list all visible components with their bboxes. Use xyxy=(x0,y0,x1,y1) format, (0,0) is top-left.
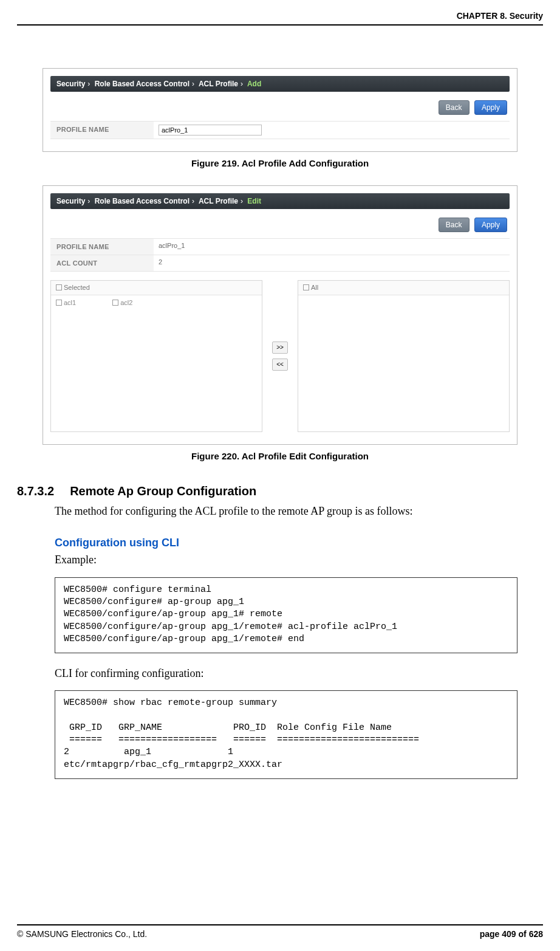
list-item[interactable]: acl2 xyxy=(112,299,132,306)
back-button[interactable]: Back xyxy=(439,100,470,115)
profile-name-value: aclPro_1 xyxy=(154,239,510,255)
breadcrumb: Security› Role Based Access Control› ACL… xyxy=(50,193,510,209)
acl-item-label: acl1 xyxy=(64,299,76,306)
example-label: Example: xyxy=(55,553,543,567)
page-number: page 409 of 628 xyxy=(480,929,543,939)
crumb: ACL Profile xyxy=(199,80,238,88)
cli-confirm-label: CLI for confirming configuration: xyxy=(55,667,543,681)
code-block: WEC8500# show rbac remote-group summary … xyxy=(55,690,517,779)
page-footer: © SAMSUNG Electronics Co., Ltd. page 409… xyxy=(17,924,543,939)
acl-count-label: ACL COUNT xyxy=(50,255,154,271)
move-left-button[interactable]: << xyxy=(272,359,288,371)
all-list[interactable]: All xyxy=(298,280,510,432)
apply-button[interactable]: Apply xyxy=(474,218,507,232)
acl-item-label: acl2 xyxy=(120,299,132,306)
checkbox-icon[interactable] xyxy=(112,300,118,306)
crumb-active: Edit xyxy=(247,197,261,205)
breadcrumb: Security› Role Based Access Control› ACL… xyxy=(50,76,510,92)
acl-count-value: 2 xyxy=(154,255,510,271)
section-intro: The method for configuring the ACL profi… xyxy=(55,504,543,518)
figure-caption: Figure 220. Acl Profile Edit Configurati… xyxy=(17,451,543,461)
crumb: ACL Profile xyxy=(199,197,238,205)
crumb: Role Based Access Control xyxy=(95,80,190,88)
code-block: WEC8500# configure terminal WEC8500/conf… xyxy=(55,577,517,653)
figure-caption: Figure 219. Acl Profile Add Configuratio… xyxy=(17,158,543,168)
all-header: All xyxy=(311,284,318,291)
cli-heading: Configuration using CLI xyxy=(55,537,543,549)
profile-name-label: PROFILE NAME xyxy=(50,122,154,139)
back-button[interactable]: Back xyxy=(439,218,470,232)
crumb: Security xyxy=(56,80,85,88)
move-right-button[interactable]: >> xyxy=(272,342,288,354)
selected-list[interactable]: Selected acl1 acl2 xyxy=(50,280,262,432)
apply-button[interactable]: Apply xyxy=(474,100,507,115)
profile-name-input[interactable] xyxy=(159,125,262,136)
chapter-header: CHAPTER 8. Security xyxy=(17,11,543,26)
section-title: Remote Ap Group Configuration xyxy=(70,484,256,498)
checkbox-icon[interactable] xyxy=(56,300,62,306)
copyright: © SAMSUNG Electronics Co., Ltd. xyxy=(17,929,147,939)
selected-header: Selected xyxy=(64,284,90,291)
section-heading: 8.7.3.2 Remote Ap Group Configuration xyxy=(17,484,543,498)
section-number: 8.7.3.2 xyxy=(17,484,54,498)
figure-220: Security› Role Based Access Control› ACL… xyxy=(43,185,517,445)
crumb: Security xyxy=(56,197,85,205)
checkbox-icon[interactable] xyxy=(303,284,309,290)
crumb-active: Add xyxy=(247,80,261,88)
figure-219: Security› Role Based Access Control› ACL… xyxy=(43,68,517,152)
list-item[interactable]: acl1 xyxy=(56,299,76,306)
checkbox-icon[interactable] xyxy=(56,284,62,290)
profile-name-label: PROFILE NAME xyxy=(50,239,154,255)
crumb: Role Based Access Control xyxy=(95,197,190,205)
